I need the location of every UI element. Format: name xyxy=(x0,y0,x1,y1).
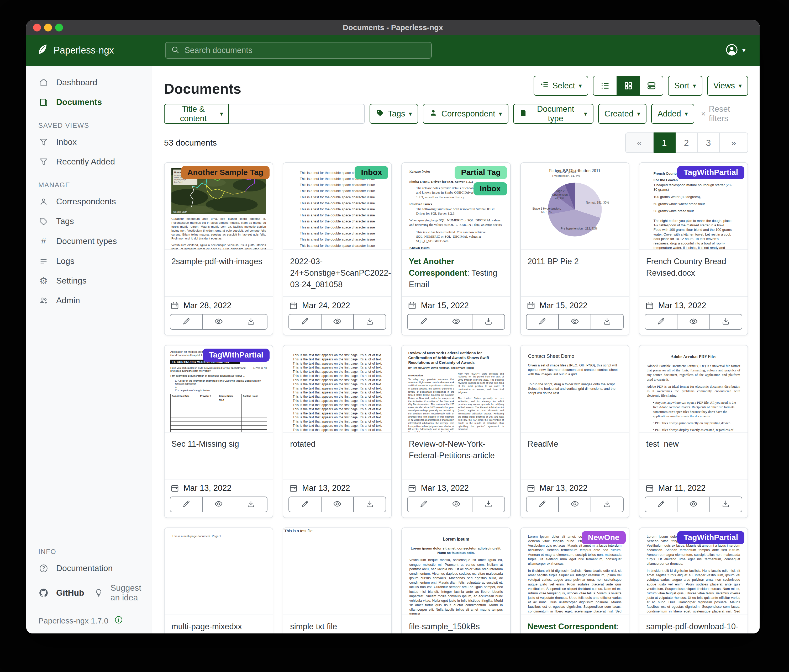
view-button[interactable] xyxy=(321,497,354,512)
card-title[interactable]: simple txt file xyxy=(283,615,391,634)
sidebar-item-settings[interactable]: ⚙ Settings xyxy=(26,271,151,291)
document-type-filter-button[interactable]: Document type ▾ xyxy=(513,104,593,124)
sidebar-item-tags[interactable]: Tags xyxy=(26,212,151,231)
card-title[interactable]: Sec 11-Missing sig xyxy=(165,433,273,479)
tag-badge[interactable]: Another Sample Tag xyxy=(181,166,270,179)
correspondent-filter-button[interactable]: Correspondent ▾ xyxy=(423,104,508,124)
download-button[interactable] xyxy=(472,497,505,512)
sidebar-item-recently-added[interactable]: Recently Added xyxy=(26,152,151,172)
card-title[interactable]: test_new xyxy=(639,433,747,479)
download-button[interactable] xyxy=(709,314,742,330)
close-window-button[interactable] xyxy=(33,24,41,32)
download-button[interactable] xyxy=(235,314,267,330)
list-view-button[interactable] xyxy=(593,76,617,95)
edit-button[interactable] xyxy=(645,497,677,512)
card-thumbnail[interactable]: French Country BreadFor the Leaven1 heap… xyxy=(639,163,747,250)
download-button[interactable] xyxy=(472,314,505,330)
card-thumbnail[interactable]: Lorem ipsumLorem ipsum dolor sit amet, c… xyxy=(402,528,510,615)
tag-badge[interactable]: NewOne xyxy=(581,531,626,544)
view-button[interactable] xyxy=(677,314,710,330)
sidebar-item-documents[interactable]: Documents xyxy=(26,92,151,112)
card-thumbnail[interactable]: Application for Medical Staff Membership… xyxy=(165,346,273,433)
view-button[interactable] xyxy=(558,497,591,512)
pagination-page-3[interactable]: 3 xyxy=(698,132,720,153)
pagination-page-1[interactable]: 1 xyxy=(653,132,676,153)
created-filter-button[interactable]: Created ▾ xyxy=(598,104,647,124)
view-button[interactable] xyxy=(202,497,235,512)
download-button[interactable] xyxy=(353,497,386,512)
download-button[interactable] xyxy=(235,497,267,512)
card-title[interactable]: French Country Bread Revised.docx xyxy=(639,250,747,296)
card-title[interactable]: rotated xyxy=(283,433,391,479)
select-button[interactable]: Select ▾ xyxy=(533,76,588,96)
card-thumbnail[interactable]: This is a test file. xyxy=(283,528,391,615)
card-thumbnail[interactable]: Adobe Acrobat PDF FilesAdobe® Portable D… xyxy=(639,346,747,433)
tag-badge[interactable]: TagWithPartial xyxy=(677,166,744,179)
reset-filters-button[interactable]: × Reset filters xyxy=(701,104,748,123)
edit-button[interactable] xyxy=(526,497,559,512)
view-button[interactable] xyxy=(321,314,354,330)
card-correspondent[interactable]: Newest Correspondent xyxy=(527,622,617,631)
edit-button[interactable] xyxy=(170,497,203,512)
card-title[interactable]: Review-of-New-York-Federal-Petitions-art… xyxy=(402,433,510,479)
detail-view-button[interactable] xyxy=(640,76,663,95)
view-button[interactable] xyxy=(440,497,473,512)
card-thumbnail[interactable]: Lorem ipsum dolor sit amet, consectetur … xyxy=(521,528,629,615)
sidebar-item-suggest-idea[interactable]: Suggest an idea xyxy=(91,578,151,607)
card-title[interactable]: Yet Another Correspondent: Testing Email xyxy=(402,250,510,296)
sidebar-item-correspondents[interactable]: Correspondents xyxy=(26,192,151,212)
edit-button[interactable] xyxy=(289,497,321,512)
card-thumbnail[interactable]: Review of New York Federal Petitions for… xyxy=(402,346,510,433)
view-button[interactable] xyxy=(677,497,710,512)
edit-button[interactable] xyxy=(289,314,321,330)
download-button[interactable] xyxy=(591,314,623,330)
card-title[interactable]: sample-pdf-download-10-mb-longer-title xyxy=(639,615,747,634)
card-thumbnail[interactable]: Boundary Waters TripOn days in BWCALegen… xyxy=(165,163,273,250)
edit-button[interactable] xyxy=(170,314,203,330)
search-input[interactable] xyxy=(185,46,426,55)
download-button[interactable] xyxy=(709,497,742,512)
view-button[interactable] xyxy=(202,314,235,330)
minimize-window-button[interactable] xyxy=(44,24,52,32)
card-thumbnail[interactable]: This is the text that appears on the fir… xyxy=(283,346,391,433)
sidebar-item-document-types[interactable]: # Document types xyxy=(26,231,151,251)
sidebar-item-admin[interactable]: Admin xyxy=(26,291,151,310)
view-button[interactable] xyxy=(440,314,473,330)
user-menu[interactable]: ▾ xyxy=(725,43,746,57)
tag-badge[interactable]: TagWithPartial xyxy=(677,531,744,544)
sidebar-item-inbox[interactable]: Inbox xyxy=(26,132,151,152)
view-button[interactable] xyxy=(558,314,591,330)
card-thumbnail[interactable]: Lorem ipsum dolor sit amet, consectetur … xyxy=(639,528,747,615)
tag-badge[interactable]: TagWithPartial xyxy=(203,349,270,362)
sidebar-item-dashboard[interactable]: Dashboard xyxy=(26,73,151,92)
edit-button[interactable] xyxy=(407,314,440,330)
pagination-prev-button[interactable]: « xyxy=(625,132,653,153)
sidebar-item-documentation[interactable]: Documentation xyxy=(26,559,151,578)
tag-badge[interactable]: Inbox xyxy=(473,182,507,196)
edit-button[interactable] xyxy=(645,314,677,330)
card-thumbnail[interactable]: Contact Sheet DemoGiven a set of image f… xyxy=(521,346,629,433)
card-correspondent[interactable]: Yet Another Correspondent xyxy=(409,257,467,277)
tag-badge[interactable]: Partial Tag xyxy=(455,166,507,179)
card-thumbnail[interactable]: This is a multi page document. Page 1. xyxy=(165,528,273,615)
pagination-next-button[interactable]: » xyxy=(720,132,748,153)
filter-field-button[interactable]: Title & content ▾ xyxy=(164,104,229,124)
tag-badge[interactable]: Inbox xyxy=(355,166,388,179)
card-thumbnail[interactable]: Patient BP Distribution 2011Isolated Sys… xyxy=(521,163,629,250)
views-button[interactable]: Views ▾ xyxy=(707,76,748,96)
card-title[interactable]: Newest Correspondent: f...combinado xyxy=(521,615,629,634)
info-icon[interactable] xyxy=(114,615,123,626)
card-title[interactable]: file-sample_150kBs xyxy=(402,615,510,634)
sort-button[interactable]: Sort ▾ xyxy=(668,76,703,96)
edit-button[interactable] xyxy=(407,497,440,512)
pagination-page-2[interactable]: 2 xyxy=(676,132,698,153)
card-title[interactable]: 2022-03-24+Sonstige+ScanPC2022-03-24_081… xyxy=(283,250,391,296)
card-title[interactable]: multi-page-mixedxx xyxy=(165,615,273,634)
sidebar-item-github[interactable]: GitHub xyxy=(26,583,91,603)
card-title[interactable]: 2011 BP Pie 2 xyxy=(521,250,629,296)
zoom-window-button[interactable] xyxy=(55,24,63,32)
filter-query-input[interactable] xyxy=(229,104,365,124)
edit-button[interactable] xyxy=(526,314,559,330)
sidebar-item-logs[interactable]: Logs xyxy=(26,251,151,271)
grid-view-button[interactable] xyxy=(617,76,640,95)
